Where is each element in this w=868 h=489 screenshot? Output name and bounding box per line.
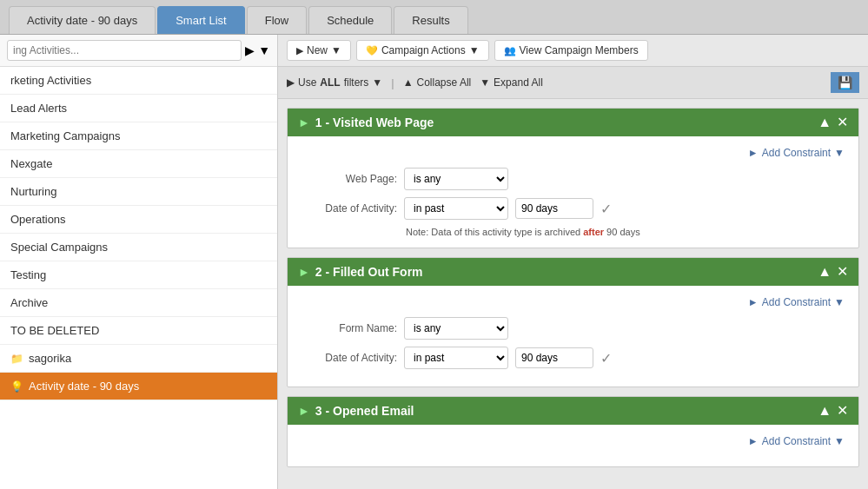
sidebar-item-11[interactable]: 💡Activity date - 90 days (0, 373, 277, 400)
tab-results[interactable]: Results (394, 6, 467, 34)
filter-group-3-remove-button[interactable]: ✕ (837, 404, 848, 418)
filter-group-1-actions: ▲ ✕ (818, 116, 848, 129)
new-icon: ▶ (296, 45, 303, 56)
sidebar-item-0[interactable]: rketing Activities (0, 67, 277, 95)
filter-group-2-title: ► 2 - Filled Out Form (298, 265, 423, 279)
sidebar-item-label-5: Operations (10, 213, 66, 226)
sidebar-item-1[interactable]: Lead Alerts (0, 95, 277, 122)
main-layout: ▶ ▼ rketing ActivitiesLead AlertsMarketi… (0, 35, 868, 489)
filter-group-2-body: ► Add Constraint ▼ Form Name: is any is … (288, 286, 858, 387)
arrow-icon-3: ► (298, 404, 310, 418)
add-constraint-icon-3: ► (748, 435, 759, 447)
sidebar-item-label-8: Archive (10, 296, 48, 309)
filter-group-1: ► 1 - Visited Web Page ▲ ✕ ► Add Constra… (287, 108, 859, 248)
filter-group-2-up-button[interactable]: ▲ (818, 265, 832, 279)
date-input-2[interactable] (515, 347, 593, 368)
constraint-row-date-2: Date of Activity: in past after before ✓ (301, 347, 845, 369)
remove-date-2-button[interactable]: ✓ (600, 350, 612, 367)
sidebar-item-5[interactable]: Operations (0, 206, 277, 234)
add-constraint-icon-1: ► (748, 147, 759, 159)
search-input[interactable] (7, 40, 242, 61)
sidebar-item-label-7: Testing (10, 268, 46, 281)
add-constraint-button-2[interactable]: ► Add Constraint ▼ (748, 296, 845, 308)
sidebar-item-label-10: sagorika (29, 352, 71, 365)
sidebar-item-7[interactable]: Testing (0, 261, 277, 289)
smart-list-content: ► 1 - Visited Web Page ▲ ✕ ► Add Constra… (278, 99, 868, 489)
campaign-dropdown-icon: ▼ (469, 44, 480, 56)
sidebar-item-label-9: TO BE DELETED (10, 324, 99, 337)
sidebar-item-9[interactable]: TO BE DELETED (0, 317, 277, 345)
sidebar-item-4[interactable]: Nurturing (0, 178, 277, 206)
toolbar: ▶ New ▼ 💛 Campaign Actions ▼ 👥 View Camp… (278, 35, 868, 67)
webpage-label: Web Page: (301, 173, 397, 185)
tab-flow[interactable]: Flow (247, 6, 307, 34)
tab-activity-date[interactable]: Activity date - 90 days (9, 6, 156, 34)
date-label-2: Date of Activity: (301, 352, 397, 364)
sidebar-item-label-11: Activity date - 90 days (29, 380, 139, 393)
filter-group-1-up-button[interactable]: ▲ (818, 116, 832, 129)
add-constraint-icon-2: ► (748, 296, 759, 308)
filter-group-1-body: ► Add Constraint ▼ Web Page: is any is i… (288, 136, 858, 248)
sidebar-item-label-0: rketing Activities (10, 74, 91, 87)
filter-dropdown-icon: ▼ (372, 76, 382, 89)
date-select-2[interactable]: in past after before (404, 347, 508, 369)
filter-group-3: ► 3 - Opened Email ▲ ✕ ► Add Constraint … (287, 396, 859, 467)
filter-group-2-remove-button[interactable]: ✕ (837, 265, 848, 279)
date-input-1[interactable] (515, 198, 593, 219)
expand-all-button[interactable]: ▼ Expand All (480, 76, 543, 89)
use-all-filters[interactable]: ▶ Use ALL filters ▼ (287, 76, 382, 89)
expand-icon: ▼ (480, 76, 490, 89)
campaign-icon: 💛 (366, 45, 378, 56)
date-select-1[interactable]: in past after before (404, 197, 508, 220)
formname-select[interactable]: is any is is not (404, 317, 508, 340)
all-label: ALL (320, 76, 340, 89)
add-constraint-bar-3: ► Add Constraint ▼ (301, 435, 845, 447)
sidebar-search-bar: ▶ ▼ (0, 35, 277, 67)
new-dropdown-icon: ▼ (331, 44, 341, 56)
add-constraint-dropdown-2: ▼ (834, 296, 845, 308)
view-members-button[interactable]: 👥 View Campaign Members (494, 40, 648, 61)
sidebar-item-label-3: Nexgate (10, 157, 52, 170)
collapse-icon: ▲ (403, 76, 414, 89)
filter-group-2-actions: ▲ ✕ (818, 265, 848, 279)
campaign-actions-button[interactable]: 💛 Campaign Actions ▼ (356, 40, 489, 61)
use-label: Use (298, 76, 316, 89)
save-button[interactable]: 💾 (831, 72, 859, 93)
sidebar-item-3[interactable]: Nexgate (0, 150, 277, 178)
members-icon: 👥 (504, 45, 516, 56)
tab-smart-list[interactable]: Smart List (157, 6, 245, 34)
arrow-icon-2: ► (298, 265, 310, 279)
filter-group-2-header: ► 2 - Filled Out Form ▲ ✕ (288, 258, 858, 286)
filter-bar: ▶ Use ALL filters ▼ | ▲ Collapse All ▼ E… (278, 67, 868, 99)
sidebar-item-label-4: Nurturing (10, 185, 56, 198)
constraint-row-formname: Form Name: is any is is not (301, 317, 845, 340)
sidebar-item-6[interactable]: Special Campaigns (0, 234, 277, 261)
filter-group-3-body: ► Add Constraint ▼ (288, 425, 858, 466)
remove-date-1-button[interactable]: ✓ (600, 201, 612, 217)
webpage-select[interactable]: is any is is not (404, 168, 508, 190)
filters-label: filters (344, 76, 369, 89)
filter-group-1-remove-button[interactable]: ✕ (837, 116, 848, 129)
sidebar-item-10[interactable]: 📁sagorika (0, 345, 277, 373)
tab-schedule[interactable]: Schedule (308, 6, 392, 34)
filter-group-1-title: ► 1 - Visited Web Page (298, 116, 434, 129)
add-constraint-button-3[interactable]: ► Add Constraint ▼ (748, 435, 845, 447)
collapse-all-button[interactable]: ▲ Collapse All (403, 76, 472, 89)
content-area: ▶ New ▼ 💛 Campaign Actions ▼ 👥 View Camp… (278, 35, 868, 489)
sidebar-item-8[interactable]: Archive (0, 289, 277, 317)
after-word-1: after (583, 227, 604, 237)
filter-group-3-up-button[interactable]: ▲ (818, 404, 832, 418)
search-dropdown-button[interactable]: ▼ (258, 43, 270, 57)
sidebar-item-icon-10: 📁 (10, 353, 23, 365)
top-tabs-bar: Activity date - 90 days Smart List Flow … (0, 0, 868, 35)
date-label-1: Date of Activity: (301, 202, 397, 215)
add-constraint-bar-2: ► Add Constraint ▼ (301, 296, 845, 308)
search-button[interactable]: ▶ (245, 43, 255, 57)
sidebar-item-icon-11: 💡 (10, 380, 23, 393)
new-button[interactable]: ▶ New ▼ (287, 40, 351, 61)
formname-label: Form Name: (301, 322, 397, 334)
add-constraint-button-1[interactable]: ► Add Constraint ▼ (748, 147, 845, 159)
sidebar-item-2[interactable]: Marketing Campaigns (0, 122, 277, 150)
add-constraint-dropdown-3: ▼ (834, 435, 845, 447)
arrow-icon-1: ► (298, 116, 310, 129)
